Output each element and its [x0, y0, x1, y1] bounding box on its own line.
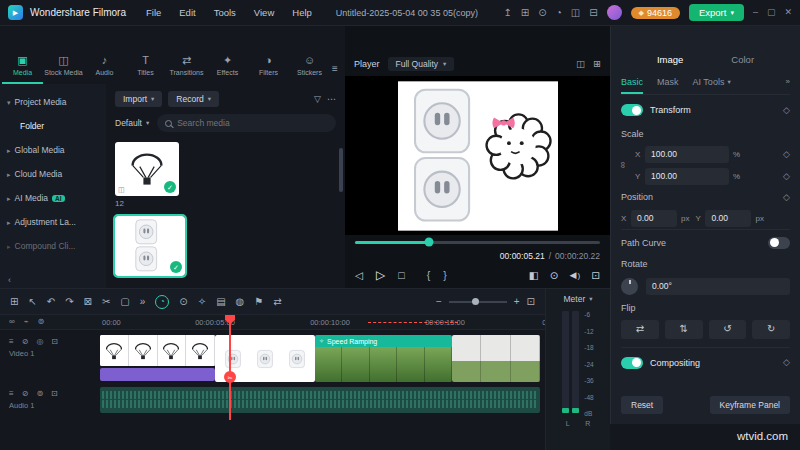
menu-edit[interactable]: Edit — [171, 7, 203, 18]
split-icon[interactable]: ✂ — [102, 297, 110, 307]
sidebar-item-adjustment-layer[interactable]: ▸ Adjustment La... — [0, 210, 106, 234]
rotate-knob[interactable] — [621, 278, 638, 295]
sidebar-item-folder[interactable]: Folder — [0, 114, 106, 138]
rotate-input[interactable]: 0.00° — [646, 278, 790, 295]
reset-button[interactable]: Reset — [621, 396, 663, 414]
import-button[interactable]: Import ▾ — [115, 91, 162, 107]
undo-icon[interactable]: ↶ — [47, 297, 55, 307]
tab-effects[interactable]: ✦ Effects — [207, 55, 248, 84]
mark-out-button[interactable]: } — [443, 270, 447, 281]
effects-icon[interactable]: ✧ — [198, 297, 206, 307]
tab-image[interactable]: Image — [657, 54, 683, 65]
path-curve-toggle[interactable] — [768, 237, 790, 249]
tab-titles[interactable]: T Titles — [125, 55, 166, 84]
position-x-input[interactable]: 0.00 — [631, 210, 677, 227]
visibility-icon[interactable]: ◎ — [36, 338, 43, 346]
tab-transitions[interactable]: ⇄ Transitions — [166, 55, 207, 84]
preview-viewport[interactable] — [345, 76, 610, 235]
zoom-in-icon[interactable]: + — [514, 297, 520, 307]
menu-view[interactable]: View — [246, 7, 282, 18]
tab-filters[interactable]: ◑ Filters — [248, 55, 289, 84]
mask-icon[interactable]: ▤ — [216, 297, 225, 307]
grid-overlay-icon[interactable]: ⊞ — [593, 59, 601, 69]
track-menu-icon[interactable]: ≡ — [9, 390, 14, 398]
transform-keyframe-icon[interactable]: ◇ — [783, 106, 790, 115]
scale-y-keyframe-icon[interactable]: ◇ — [783, 172, 790, 181]
flip-horizontal-button[interactable]: ⇄ — [621, 320, 659, 339]
marker-icon[interactable]: ⚑ — [254, 297, 263, 307]
rotate-ccw-button[interactable]: ↺ — [709, 320, 747, 339]
record-button[interactable]: Record ▾ — [168, 91, 219, 107]
meter-dropdown[interactable]: Meter ▾ — [564, 294, 593, 304]
compositing-keyframe-icon[interactable]: ◇ — [783, 358, 790, 367]
subtab-basic[interactable]: Basic — [621, 70, 643, 94]
sidebar-item-ai-media[interactable]: ▸ AI Media AI — [0, 186, 106, 210]
speed-ramping-icon[interactable]: ◔ — [155, 295, 169, 309]
screen-record-icon[interactable]: ⊙ — [538, 8, 546, 18]
panel-overflow-icon[interactable]: » — [786, 78, 790, 86]
seek-bar[interactable] — [355, 241, 600, 244]
more-tools-icon[interactable]: » — [140, 297, 146, 307]
menu-tools[interactable]: Tools — [206, 7, 244, 18]
snapshot-button[interactable]: ⊙ — [550, 270, 559, 281]
tab-stickers[interactable]: ☺ Stickers — [289, 55, 330, 84]
voiceover-icon[interactable]: ◍ — [236, 297, 245, 307]
scale-y-input[interactable]: 100.00 — [645, 168, 729, 185]
more-options-icon[interactable]: ⋯ — [327, 95, 336, 104]
media-thumbnail-parachute[interactable]: ◫ ✓ — [115, 142, 179, 196]
share-icon[interactable]: ↥ — [503, 8, 511, 18]
lock-track-icon[interactable]: ⊡ — [51, 338, 58, 346]
compositing-toggle[interactable] — [621, 357, 643, 369]
clip-parachute[interactable] — [100, 335, 215, 366]
magnet-icon[interactable]: ⌁ — [24, 318, 29, 326]
menu-help[interactable]: Help — [284, 7, 320, 18]
seek-handle[interactable] — [424, 238, 433, 247]
sidebar-item-compound-clip[interactable]: ▸ Compound Cli... — [0, 234, 106, 258]
clip-video[interactable] — [452, 335, 540, 382]
notifications-icon[interactable]: ◔ — [556, 8, 562, 18]
record-track-icon[interactable]: ⊚ — [36, 390, 43, 398]
delete-icon[interactable]: ⊠ — [84, 297, 92, 307]
lock-track-icon[interactable]: ⊡ — [51, 390, 58, 398]
volume-button[interactable]: ◀) — [570, 270, 581, 280]
search-input[interactable] — [177, 118, 328, 128]
crop-icon[interactable]: ▢ — [120, 297, 129, 307]
fullscreen-button[interactable]: ⊡ — [591, 270, 600, 281]
tab-audio[interactable]: ♪ Audio — [84, 55, 125, 84]
stop-button[interactable]: □ — [398, 270, 404, 281]
fit-timeline-icon[interactable]: ⊡ — [527, 297, 535, 307]
mark-in-button[interactable]: { — [427, 270, 431, 281]
playhead[interactable]: ✂ — [229, 315, 231, 420]
capture-icon[interactable]: ⊟ — [589, 8, 597, 18]
keyframe-panel-button[interactable]: Keyframe Panel — [710, 396, 790, 414]
layout-grid-icon[interactable]: ⊞ — [10, 297, 18, 307]
layout-icon[interactable]: ◫ — [571, 8, 580, 18]
scale-x-keyframe-icon[interactable]: ◇ — [783, 150, 790, 159]
sidebar-item-cloud-media[interactable]: ▸ Cloud Media — [0, 162, 106, 186]
maximize-icon[interactable]: ▢ — [767, 8, 776, 17]
timeline-ruler[interactable]: 00:00 00:00:05:00 00:00:10:00 00:00:15:0… — [100, 315, 545, 329]
link-clips-icon[interactable]: ∞ — [9, 318, 15, 326]
search-box[interactable] — [157, 114, 336, 132]
rotate-cw-button[interactable]: ↻ — [752, 320, 790, 339]
sidebar-item-global-media[interactable]: ▸ Global Media — [0, 138, 106, 162]
swap-icon[interactable]: ⇄ — [273, 297, 281, 307]
filter-icon[interactable]: ▽ — [314, 95, 321, 104]
scale-x-input[interactable]: 100.00 — [645, 146, 729, 163]
flip-vertical-button[interactable]: ⇅ — [665, 320, 703, 339]
avatar[interactable] — [607, 5, 622, 20]
sidebar-item-project-media[interactable]: ▾ Project Media — [0, 90, 106, 114]
clip-speed-ramping[interactable]: ✧ Speed Ramping — [315, 335, 452, 382]
more-tabs-icon[interactable]: ≡ — [332, 64, 338, 84]
tab-stock-media[interactable]: ◫ Stock Media — [43, 55, 84, 84]
subtab-ai-tools[interactable]: AI Tools ▾ — [693, 70, 731, 94]
quick-split-icon[interactable]: ✂ — [224, 371, 236, 383]
compare-view-button[interactable]: ◧ — [529, 270, 539, 281]
display-mode-icon[interactable]: ◫ — [576, 59, 585, 69]
transform-toggle[interactable] — [621, 104, 643, 116]
points-badge[interactable]: ◆ 94616 — [631, 7, 680, 19]
timeline-zoom-slider[interactable] — [449, 301, 507, 303]
subtab-mask[interactable]: Mask — [657, 70, 679, 94]
sort-dropdown[interactable]: Default ▾ — [115, 118, 149, 128]
chroma-key-icon[interactable]: ⊙ — [179, 297, 187, 307]
